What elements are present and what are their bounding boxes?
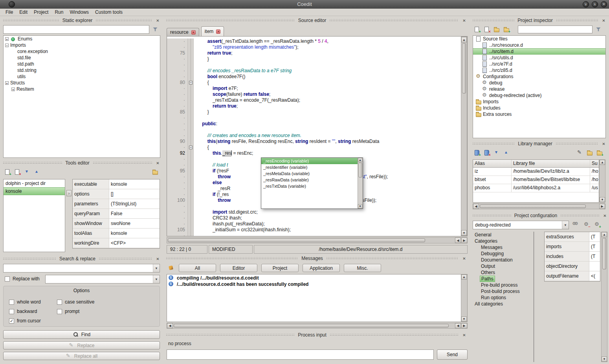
menu-project[interactable]: Project (31, 9, 51, 15)
project-tree-item[interactable]: ../src/item.d (473, 48, 605, 55)
menu-edit[interactable]: Edit (16, 9, 31, 15)
project-tree-item[interactable]: Extra sources (473, 111, 605, 117)
project-tree-item[interactable]: debug-redirected (active) (473, 92, 605, 99)
panel-grip[interactable] (3, 19, 59, 22)
option-checkbox-whole-word[interactable]: whole word (9, 297, 55, 307)
code-line[interactable]: · } (167, 56, 461, 62)
tree-item[interactable]: core.exception (4, 48, 160, 55)
fold-marker[interactable]: − (189, 81, 193, 84)
property-row[interactable]: includes(T (545, 252, 600, 262)
line-number[interactable]: · (167, 115, 188, 121)
panel-grip[interactable] (330, 334, 459, 337)
sync-configs-button[interactable] (571, 220, 580, 229)
checkbox-box[interactable] (57, 300, 62, 305)
line-number[interactable]: · (167, 209, 188, 215)
panel-grip[interactable] (329, 19, 459, 22)
code-line[interactable]: ·− { (167, 145, 461, 150)
code-line[interactable]: 92 this._res = resEnc; (167, 150, 461, 156)
replace-all-button[interactable]: Replace all (3, 352, 160, 360)
project-tree-item[interactable]: Configurations (473, 73, 605, 80)
move-tool-up-button[interactable] (32, 167, 41, 176)
completion-item[interactable]: _resEncoding (variable) (261, 158, 358, 164)
configuration-selector[interactable]: debug-redirected (473, 221, 569, 229)
property-value[interactable]: False (109, 209, 160, 218)
expander-icon[interactable]: + (5, 81, 9, 85)
library-vertical-scrollbar[interactable]: ▲ ▼ (599, 159, 605, 203)
property-row[interactable]: imports(T (545, 242, 600, 252)
code-line[interactable]: · scope(failure) return false; (167, 91, 461, 97)
close-panel-icon[interactable] (462, 18, 467, 23)
expander-icon[interactable]: + (5, 37, 9, 41)
tool-list-item[interactable]: konsole (4, 187, 65, 195)
panel-grip[interactable] (3, 162, 62, 165)
move-library-down-button[interactable] (492, 148, 501, 157)
line-number[interactable]: 100 (167, 198, 188, 203)
code-line[interactable]: · return true; (167, 103, 461, 109)
line-number[interactable]: · (167, 56, 188, 62)
line-number[interactable]: 75 (167, 50, 188, 56)
line-number[interactable]: · (167, 203, 188, 209)
code-line[interactable]: · bool encodee7F() (167, 74, 461, 80)
code-line[interactable]: · CRC32 ihash; (167, 215, 461, 221)
code-line[interactable]: · /// encodes _resRawData to a e7F strin… (167, 68, 461, 74)
completion-item[interactable]: _resTxtData (variable) (261, 183, 358, 189)
line-number[interactable]: · (167, 103, 188, 109)
completion-item[interactable]: _resMetaData (variable) (261, 170, 358, 177)
code-editor[interactable]: · assert(_resTxtData.length == _resRawDa… (167, 36, 468, 236)
property-value[interactable]: (T (589, 242, 600, 251)
editor-tab-resource[interactable]: resource (167, 28, 199, 36)
close-panel-icon[interactable] (601, 141, 606, 146)
property-row[interactable]: outputFilename<( (545, 271, 600, 281)
close-panel-icon[interactable] (155, 18, 160, 23)
line-number[interactable]: 90 (167, 139, 188, 145)
property-row[interactable]: parameters(TStringList) (73, 199, 160, 209)
library-row[interactable]: iz/home/basile/Dev/Iz/lib/iz.a/ho (473, 168, 599, 176)
property-row[interactable]: queryParamFalse (73, 209, 160, 219)
code-line[interactable]: · "z85 representation length mismatches"… (167, 44, 461, 50)
property-value[interactable]: swoNone (109, 219, 160, 228)
panel-grip[interactable] (93, 162, 152, 165)
property-row[interactable]: options[] (73, 189, 160, 199)
line-number[interactable]: · (167, 86, 188, 91)
column-header[interactable]: Su (590, 160, 599, 167)
close-panel-icon[interactable] (155, 161, 160, 166)
panel-grip[interactable] (166, 19, 295, 22)
remove-config-button[interactable]: − (582, 220, 591, 229)
code-line[interactable]: · (167, 233, 461, 236)
add-folder-button[interactable]: + (502, 25, 511, 34)
property-row[interactable]: extraSources(T (545, 232, 600, 242)
line-number[interactable]: · (167, 156, 188, 162)
add-source-button[interactable]: + (472, 25, 481, 34)
replace-with-checkbox[interactable]: Replace with (5, 276, 40, 282)
line-number[interactable]: · (167, 174, 188, 180)
option-checkbox-backward[interactable]: backward (9, 307, 55, 316)
register-library-button[interactable]: + (595, 148, 604, 157)
line-number[interactable]: 92 (167, 150, 188, 156)
checkbox-box[interactable] (9, 318, 14, 324)
dropdown-arrow-icon[interactable] (153, 275, 160, 283)
line-number[interactable]: · (167, 215, 188, 221)
project-tree-item[interactable]: Includes (473, 105, 605, 111)
fold-marker[interactable]: − (189, 146, 193, 149)
configuration-vertical-scrollbar[interactable]: ▲ ▼ (601, 232, 607, 362)
close-tab-icon[interactable] (216, 29, 220, 34)
close-panel-icon[interactable] (155, 256, 160, 262)
message-filter-project[interactable]: Project (261, 264, 299, 272)
tree-item[interactable]: utils (4, 73, 160, 80)
property-value[interactable]: (T (589, 252, 600, 261)
message-item[interactable]: compiling /.../build/resource.d.coedit (167, 274, 467, 281)
property-row[interactable]: showWindowswoNone (73, 219, 160, 229)
option-checkbox-prompt[interactable]: prompt (57, 307, 94, 316)
property-value[interactable]: (T (589, 232, 600, 241)
move-tool-down-button[interactable] (22, 167, 31, 176)
line-number[interactable]: · (167, 186, 188, 192)
remove-library-button[interactable]: × (482, 148, 491, 157)
line-number[interactable]: · (167, 145, 188, 150)
category-tree-item[interactable]: Others (472, 269, 534, 276)
add-config-button[interactable]: + (592, 220, 602, 229)
project-tree-item[interactable]: Imports (473, 99, 605, 105)
message-item[interactable]: /.../build/resource.d.coedit has been su… (167, 281, 467, 287)
close-button[interactable] (601, 1, 607, 7)
message-filter-application[interactable]: Application (303, 264, 340, 272)
tree-item[interactable]: −Imports (4, 42, 160, 48)
